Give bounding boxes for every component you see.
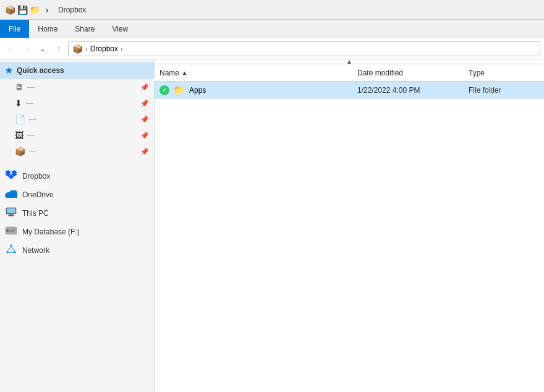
pin-icon-downloads: 📌 (140, 100, 149, 108)
forward-button[interactable]: → (20, 42, 33, 56)
sync-status-icon: ✓ (159, 85, 169, 95)
downloads-icon: ⬇ (15, 98, 22, 108)
address-bar: ← → ⌄ ↑ 📦 › Dropbox › (0, 38, 544, 59)
file-name-cell: ✓ 📁 Apps (155, 84, 352, 96)
star-icon: ★ (5, 66, 13, 75)
svg-rect-11 (9, 230, 15, 231)
svg-point-13 (11, 245, 12, 247)
sidebar-item-thispc[interactable]: This PC (0, 204, 154, 223)
col-header-name[interactable]: Name ▲ (155, 69, 352, 77)
sidebar-item-pictures-label: — (27, 131, 140, 140)
menu-view[interactable]: View (103, 20, 137, 38)
quick-access-header[interactable]: ★ Quick access (0, 62, 154, 79)
pictures-icon: 🖼 (15, 130, 23, 140)
quick-access-label: Quick access (17, 66, 64, 75)
sidebar-item-pictures[interactable]: 🖼 — 📌 (0, 127, 154, 143)
sidebar-onedrive-label: OneDrive (22, 190, 149, 199)
address-path-box[interactable]: 📦 › Dropbox › (68, 41, 540, 56)
sidebar-item-downloads[interactable]: ⬇ — 📌 (0, 95, 154, 111)
file-type-cell: File folder (464, 86, 544, 95)
pin-icon-desktop: 📌 (140, 83, 149, 92)
sidebar-item-dropbox[interactable]: Dropbox (0, 167, 154, 185)
sidebar-item-dropbox-quick[interactable]: 📦 — 📌 (0, 143, 154, 160)
svg-rect-6 (7, 208, 15, 213)
folder-type-icon: 📁 (173, 84, 185, 96)
thispc-icon (5, 207, 17, 219)
database-icon (5, 226, 17, 238)
svg-rect-12 (9, 231, 14, 232)
col-header-date[interactable]: Date modified (352, 69, 464, 77)
arrow-icon: › (42, 5, 52, 15)
sidebar-divider (0, 160, 154, 167)
file-name-label: Apps (189, 86, 206, 95)
recent-button[interactable]: ⌄ (36, 42, 49, 56)
table-row[interactable]: ✓ 📁 Apps 1/22/2022 4:00 PM File folder (155, 82, 544, 99)
svg-rect-7 (9, 214, 13, 215)
save-icon[interactable]: 💾 (17, 5, 27, 15)
sidebar: ★ Quick access 🖥 — 📌 ⬇ — 📌 📄 — 📌 🖼 — 📌 📦… (0, 59, 155, 392)
path-dropbox: Dropbox (90, 45, 118, 53)
menu-file[interactable]: File (0, 20, 29, 38)
sidebar-item-desktop-label: — (27, 83, 140, 92)
sidebar-item-downloads-label: — (26, 99, 140, 108)
menu-bar: File Home Share View (0, 20, 544, 38)
column-headers: Name ▲ Date modified Type (155, 64, 544, 82)
sort-arrow-area: ▲ (155, 59, 544, 64)
svg-rect-8 (8, 215, 14, 216)
sidebar-item-mydatabase[interactable]: My Database (F:) (0, 223, 154, 241)
path-separator-2: › (121, 45, 123, 53)
sidebar-thispc-label: This PC (22, 209, 149, 218)
folder-color-icon: 📁 (30, 5, 40, 15)
dropbox-nav-icon (5, 170, 17, 182)
dropbox-quick-icon: 📦 (15, 147, 25, 156)
documents-icon: 📄 (15, 114, 25, 124)
sort-icon: ▲ (182, 70, 187, 76)
pin-icon-pictures: 📌 (140, 132, 149, 140)
content-area: ▲ Name ▲ Date modified Type ✓ 📁 Apps 1/2… (155, 59, 544, 392)
title-bar: 📦 💾 📁 › Dropbox (0, 0, 544, 20)
svg-point-10 (6, 229, 9, 232)
main-area: ★ Quick access 🖥 — 📌 ⬇ — 📌 📄 — 📌 🖼 — 📌 📦… (0, 59, 544, 392)
network-icon (5, 244, 17, 257)
svg-line-16 (7, 247, 11, 252)
window-title: Dropbox (58, 6, 86, 14)
dropbox-logo-icon: 📦 (5, 5, 15, 15)
desktop-icon: 🖥 (15, 82, 23, 92)
sidebar-item-documents-label: — (29, 115, 140, 124)
menu-home[interactable]: Home (29, 20, 66, 38)
pin-icon-dropbox: 📌 (140, 148, 149, 156)
sidebar-dropbox-label: Dropbox (22, 172, 149, 181)
sidebar-network-label: Network (22, 246, 149, 255)
col-header-type[interactable]: Type (464, 69, 544, 77)
dropbox-path-icon: 📦 (72, 44, 83, 54)
path-separator-1: › (85, 45, 88, 53)
onedrive-icon (5, 189, 17, 200)
title-bar-icons: 📦 💾 📁 › (5, 5, 52, 15)
menu-share[interactable]: Share (66, 20, 103, 38)
sidebar-mydatabase-label: My Database (F:) (22, 228, 149, 236)
up-button[interactable]: ↑ (52, 42, 66, 56)
file-date-cell: 1/22/2022 4:00 PM (352, 86, 464, 95)
sidebar-item-documents[interactable]: 📄 — 📌 (0, 111, 154, 127)
sidebar-item-dropbox-quick-label: — (29, 147, 140, 156)
pin-icon-documents: 📌 (140, 116, 149, 124)
sidebar-item-desktop[interactable]: 🖥 — 📌 (0, 79, 154, 95)
sidebar-item-onedrive[interactable]: OneDrive (0, 185, 154, 204)
back-button[interactable]: ← (4, 42, 17, 56)
sidebar-item-network[interactable]: Network (0, 241, 154, 260)
svg-line-17 (11, 247, 15, 252)
